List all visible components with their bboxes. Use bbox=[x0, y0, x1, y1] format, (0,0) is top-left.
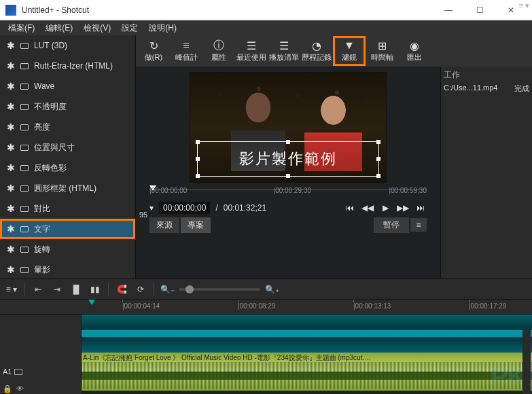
jobs-header: 工作 bbox=[444, 69, 529, 81]
zoom-in-button[interactable]: 🔍₊ bbox=[264, 282, 279, 297]
scrub-drag-button[interactable]: ⟳ bbox=[133, 282, 148, 297]
zoom-knob[interactable] bbox=[185, 285, 194, 293]
toolbar-button[interactable]: ◉匯出 bbox=[398, 36, 431, 66]
menu-edit[interactable]: 編輯(E) bbox=[40, 21, 78, 35]
toolbar-button[interactable]: ↻做(R) bbox=[137, 36, 170, 66]
player-menu-button[interactable]: ≡ bbox=[410, 218, 427, 232]
toolbar-icon: ⓘ bbox=[213, 39, 224, 52]
filter-item[interactable]: ✱旋轉 bbox=[0, 239, 135, 259]
resize-handle-br[interactable] bbox=[376, 174, 380, 178]
monitor-icon bbox=[20, 63, 29, 69]
rewind-button[interactable]: ◀◀ bbox=[361, 203, 374, 213]
menu-view[interactable]: 檢視(V) bbox=[78, 21, 116, 35]
filter-item[interactable]: ✱位置與尺寸 bbox=[0, 137, 135, 158]
overwrite-button[interactable]: ▮▮ bbox=[88, 282, 103, 297]
tab-project[interactable]: 專案 bbox=[181, 217, 211, 233]
resize-handle-bm[interactable] bbox=[286, 174, 290, 178]
toolbar-button[interactable]: ⊞時間軸 bbox=[366, 36, 398, 66]
resize-handle-tr[interactable] bbox=[376, 140, 380, 144]
timeline-corner-menu[interactable]: ≡ ▾ bbox=[519, 1, 529, 10]
filter-item[interactable]: ✱亮度 bbox=[0, 117, 135, 137]
timeline-playhead[interactable] bbox=[88, 300, 95, 314]
keyframe-value: 95 bbox=[139, 211, 147, 219]
filter-item[interactable]: ✱LUT (3D) bbox=[0, 35, 135, 56]
skip-end-button[interactable]: ⏭ bbox=[414, 203, 427, 213]
ruler-tick: |00:00:17:29 bbox=[469, 302, 506, 310]
resize-handle-bl[interactable] bbox=[196, 174, 200, 178]
transport-dropdown[interactable]: ▾ bbox=[149, 203, 154, 213]
filter-label: Rutt-Etra-Izer (HTML) bbox=[34, 61, 113, 71]
toolbar-icon: ☰ bbox=[247, 39, 256, 52]
snowflake-icon: ✱ bbox=[7, 81, 15, 92]
filter-label: 文字 bbox=[34, 223, 50, 235]
track-monitor-icon[interactable] bbox=[14, 369, 22, 375]
menu-help[interactable]: 說明(H) bbox=[143, 21, 182, 35]
lock-icon[interactable]: 🔒 bbox=[3, 384, 12, 393]
video-track-header[interactable] bbox=[0, 315, 82, 353]
toolbar-button[interactable]: ▼濾鏡 bbox=[333, 36, 366, 66]
timeline-scrollbar[interactable] bbox=[522, 329, 531, 394]
text-overlay-content: 影片製作範例 bbox=[239, 149, 337, 169]
filter-item[interactable]: ✱圓形框架 (HTML) bbox=[0, 178, 135, 198]
window-title: Untitled+ - Shotcut bbox=[22, 5, 433, 15]
lift-button[interactable]: █ bbox=[69, 282, 84, 297]
video-track[interactable] bbox=[0, 315, 532, 353]
text-overlay-box[interactable]: 影片製作範例 bbox=[197, 141, 379, 177]
transport-bar: ▾ 00:00:00;00 / 00:01:32;21 ⏮ ◀◀ ▶ ▶▶ ⏭ bbox=[143, 199, 433, 217]
watermark: PK bbox=[490, 361, 525, 392]
job-row[interactable]: C:/Use...11.mp4 完成 bbox=[444, 84, 529, 94]
filter-label: Wave bbox=[34, 82, 54, 91]
resize-handle-tl[interactable] bbox=[196, 140, 200, 144]
resize-handle-tm[interactable] bbox=[286, 140, 290, 144]
timeline-ruler[interactable]: |00:00:04:14 |00:00:08:29 |00:00:13:13 |… bbox=[0, 300, 532, 315]
forward-button[interactable]: ▶▶ bbox=[397, 203, 409, 213]
toolbar-button[interactable]: ☰最近使用 bbox=[235, 36, 268, 66]
main-toolbar: ↻做(R)≡峰值計ⓘ屬性☰最近使用☰播放清單◔歷程記錄▼濾鏡⊞時間軸◉匯出 bbox=[136, 35, 532, 67]
filter-item[interactable]: ✱不透明度 bbox=[0, 96, 135, 117]
snowflake-icon: ✱ bbox=[7, 162, 15, 173]
toolbar-button[interactable]: ⓘ屬性 bbox=[202, 36, 235, 66]
preview-scrubber[interactable]: |00:00:00;00 |00:00:29;30 |00:00:59;30 bbox=[143, 185, 433, 199]
zoom-out-button[interactable]: 🔍₋ bbox=[160, 282, 175, 297]
menu-file[interactable]: 檔案(F) bbox=[3, 21, 40, 35]
filter-item[interactable]: ✱Rutt-Etra-Izer (HTML) bbox=[0, 56, 135, 76]
ruler-tick: |00:00:04:14 bbox=[122, 302, 160, 310]
resize-handle-mr[interactable] bbox=[376, 157, 380, 161]
video-clip[interactable] bbox=[82, 315, 532, 353]
video-preview[interactable]: 影片製作範例 bbox=[190, 72, 387, 183]
append-button[interactable]: ⇤ bbox=[31, 282, 46, 297]
resize-handle-ml[interactable] bbox=[196, 157, 200, 161]
jobs-panel: 工作 C:/Use...11.mp4 完成 bbox=[440, 67, 532, 279]
toolbar-button[interactable]: ≡峰值計 bbox=[170, 36, 202, 66]
filter-item[interactable]: ✱反轉色彩 bbox=[0, 158, 135, 178]
filter-item[interactable]: ✱文字 bbox=[0, 219, 135, 239]
pause-button[interactable]: 暫停 bbox=[374, 217, 409, 233]
timeline-menu-button[interactable]: ≡ ▾ bbox=[4, 282, 19, 297]
maximize-button[interactable]: ☐ bbox=[464, 0, 495, 20]
app-icon bbox=[5, 5, 16, 16]
menu-settings[interactable]: 設定 bbox=[116, 21, 143, 35]
menubar: 檔案(F) 編輯(E) 檢視(V) 設定 說明(H) bbox=[0, 20, 532, 35]
toolbar-button[interactable]: ◔歷程記錄 bbox=[300, 36, 333, 66]
toolbar-button[interactable]: ☰播放清單 bbox=[268, 36, 300, 66]
snap-button[interactable]: 🧲 bbox=[114, 282, 129, 297]
filter-item[interactable]: ✱對比 bbox=[0, 198, 135, 219]
timecode-current[interactable]: 00:00:00;00 bbox=[159, 202, 210, 214]
minimize-button[interactable]: — bbox=[433, 0, 464, 20]
toolbar-icon: ◔ bbox=[312, 39, 321, 52]
filter-item[interactable]: ✱Wave bbox=[0, 76, 135, 96]
filter-item[interactable]: ✱暈影 bbox=[0, 259, 135, 279]
tab-source[interactable]: 來源 bbox=[149, 217, 179, 233]
skip-start-button[interactable]: ⏮ bbox=[344, 203, 356, 213]
ripple-button[interactable]: ⇥ bbox=[50, 282, 65, 297]
filter-label: 暈影 bbox=[34, 264, 50, 276]
snowflake-icon: ✱ bbox=[7, 203, 15, 214]
visibility-icon[interactable]: 👁 bbox=[16, 384, 24, 393]
zoom-slider[interactable] bbox=[179, 288, 260, 291]
play-button[interactable]: ▶ bbox=[379, 203, 391, 213]
audio-clip-title: A-Lin《忘記擁抱 Forget Love 》 Official Music … bbox=[83, 353, 531, 363]
track-controls: 🔒 👁 bbox=[0, 383, 82, 394]
audio-clip[interactable]: A-Lin《忘記擁抱 Forget Love 》 Official Music … bbox=[82, 353, 532, 391]
snowflake-icon: ✱ bbox=[7, 101, 15, 112]
filter-label: 亮度 bbox=[34, 122, 50, 133]
